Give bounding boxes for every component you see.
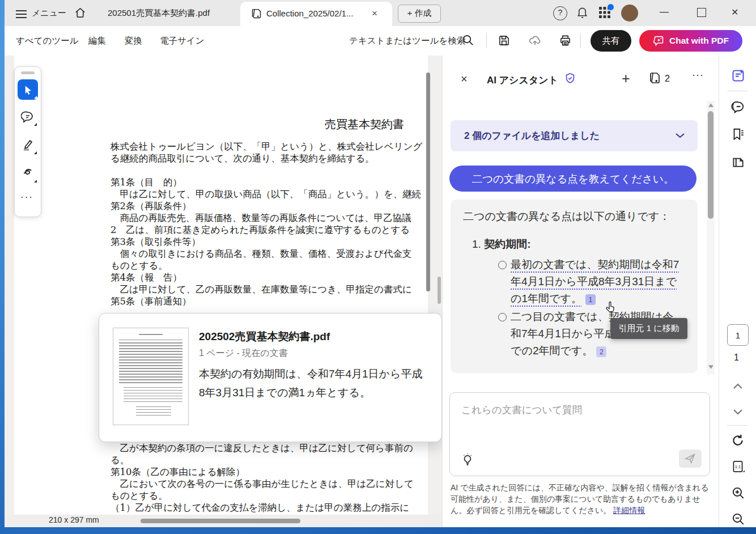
doc-line: 乙は甲に対して、乙の再販数量、在庫数量等につき、甲指定の書式に — [111, 283, 428, 295]
ai-assistant-rail-button[interactable] — [728, 66, 747, 85]
drag-handle[interactable] — [21, 71, 35, 74]
doc-line — [111, 164, 428, 176]
ai-close-button[interactable]: × — [461, 73, 468, 86]
citation-tooltip: 引用元 1 に移動 — [610, 318, 687, 339]
notifications-button[interactable] — [576, 6, 589, 19]
tab-title: Collection_2025/02/1... — [266, 9, 353, 18]
status-bar: 210 x 297 mm — [5, 515, 442, 527]
tab-close-button[interactable]: × — [372, 8, 377, 19]
tab-collection-active[interactable]: Collection_2025/02/1... × — [240, 2, 392, 26]
popup-meta: 1 ページ - 現在の文書 — [199, 347, 288, 359]
more-tools-button[interactable]: ··· — [20, 192, 33, 203]
response-item-number: 1. — [472, 238, 481, 250]
lightbulb-icon[interactable] — [461, 453, 474, 467]
page-thumbnails-icon — [730, 154, 745, 169]
rotate-button[interactable] — [728, 431, 747, 450]
send-button[interactable] — [679, 450, 702, 468]
doc-line: る継続的商品取引について、次の通り、基本契約を締結する。 — [111, 152, 428, 164]
document-page: 売買基本契約書 株式会社トゥールビヨン（以下、「甲」という）と、株式会社レベリン… — [14, 56, 428, 515]
question-input[interactable]: これらの文書について質問 — [449, 392, 710, 476]
print-icon[interactable] — [559, 34, 572, 47]
response-item: 1. 契約期間: — [472, 237, 530, 252]
divider — [486, 33, 487, 48]
menu-all-tools[interactable]: すべてのツール — [16, 35, 79, 47]
menu-edit[interactable]: 編集 — [88, 35, 106, 47]
pages-rail-button[interactable] — [728, 152, 747, 171]
zoom-in-button[interactable] — [728, 483, 747, 502]
signature-icon — [21, 167, 35, 180]
cloud-upload-icon[interactable] — [528, 34, 542, 47]
ai-assistant-panel: × AI アシスタント + 2 ··· 2 個のファイルを追加しました 二つの文… — [442, 56, 719, 527]
close-window-button[interactable]: ✕ — [731, 7, 738, 18]
learn-more-link[interactable]: 詳細情報 — [613, 506, 645, 515]
save-icon[interactable] — [498, 34, 511, 47]
menu-convert[interactable]: 変換 — [125, 35, 142, 47]
actual-size-button[interactable]: 1:1 — [728, 457, 747, 476]
doc-line: （1）乙が甲に対して代金の支払を滞納し、または甲の業務上の指示に — [111, 502, 428, 514]
horizontal-scrollbar[interactable] — [141, 519, 300, 523]
apps-grid-button[interactable] — [598, 6, 612, 20]
tab-document-1[interactable]: 202501売買基本契約書.pdf — [108, 8, 210, 19]
doc-body-top: 株式会社トゥールビヨン（以下、「甲」という）と、株式会社レベリングる継続的商品取… — [111, 141, 428, 307]
signature-tool-button[interactable] — [18, 163, 38, 184]
chevron-down-icon — [675, 132, 685, 139]
doc-body-bottom: 乙が本契約の条項の一に違反したときは、甲は乙に対して何ら事前のる。第10条（乙の… — [111, 442, 428, 515]
home-icon — [74, 6, 87, 19]
bell-icon — [576, 6, 589, 19]
share-button[interactable]: 共有 — [591, 30, 631, 52]
scroll-up-arrow[interactable] — [708, 103, 713, 107]
document-pane: 売買基本契約書 株式会社トゥールビヨン（以下、「甲」という）と、株式会社レベリン… — [5, 56, 442, 515]
overflow-menu-button[interactable]: ··· — [692, 69, 704, 81]
page-number-input[interactable]: 1 — [727, 324, 749, 346]
comment-tool-button[interactable] — [18, 107, 38, 127]
user-avatar[interactable] — [621, 5, 638, 22]
hamburger-icon[interactable] — [16, 8, 27, 20]
menu-button[interactable]: メニュー — [32, 8, 66, 19]
scroll-thumb[interactable] — [708, 111, 713, 219]
chevron-down-icon — [733, 409, 743, 416]
scroll-down-arrow[interactable] — [708, 365, 713, 369]
home-button[interactable] — [74, 6, 87, 19]
doc-secondary-scrollbar[interactable] — [438, 277, 441, 304]
response-bubble: 二つの文書の異なる点は以下の通りです： 1. 契約期間: 最初の文書では、契約期… — [451, 200, 698, 373]
prev-page-button[interactable] — [728, 376, 747, 396]
attached-docs-icon[interactable] — [648, 71, 661, 85]
ai-disclaimer: AI で生成された回答には、不正確な内容や、誤解を招く情報が含まれる可能性があり… — [451, 482, 712, 516]
prompt-pill[interactable]: 二つの文書の異なる点を教えてください。 — [449, 166, 696, 192]
bookmark-icon — [730, 127, 745, 142]
next-page-button[interactable] — [728, 402, 747, 422]
quick-tools-panel: ··· — [14, 66, 41, 217]
popup-filename: 202502売買基本契約書.pdf — [199, 329, 330, 344]
add-file-button[interactable]: + — [622, 70, 630, 87]
search-icon[interactable] — [461, 33, 474, 46]
doc-line: 甲は乙に対して、甲の取扱い商品（以下、「商品」という。）を、継続 — [111, 188, 428, 200]
citation-popup[interactable]: 202502売買基本契約書.pdf 1 ページ - 現在の文書 本契約の有効期間… — [99, 313, 442, 442]
menu-esign[interactable]: 電子サイン — [160, 35, 205, 47]
help-button[interactable]: ? — [553, 6, 567, 20]
panel-scrollbar[interactable] — [707, 101, 715, 374]
comments-rail-button[interactable] — [728, 98, 747, 117]
rotate-icon — [730, 433, 745, 448]
doc-line: 第4条（報 告） — [111, 272, 428, 283]
zoom-out-button[interactable] — [728, 509, 747, 527]
doc-vertical-scrollbar[interactable] — [426, 73, 430, 291]
highlight-tool-button[interactable] — [18, 135, 38, 155]
ai-assistant-icon — [730, 68, 746, 83]
highlighter-icon — [21, 138, 35, 152]
bookmarks-rail-button[interactable] — [728, 125, 747, 144]
create-tab-button[interactable]: + 作成 — [398, 5, 441, 23]
files-added-banner[interactable]: 2 個のファイルを追加しました — [451, 120, 698, 151]
citation-badge-2[interactable]: 2 — [596, 346, 606, 357]
maximize-button[interactable] — [697, 8, 706, 17]
doc-line: 乙において次の各号の一に係る事由が生じたときは、甲は乙に対して — [111, 478, 428, 490]
search-button[interactable]: テキストまたはツールを検索 — [349, 35, 465, 47]
doc-line: 第5条（事前通知） — [111, 295, 428, 307]
minimize-button[interactable]: — — [660, 7, 669, 17]
divider — [727, 425, 747, 426]
banner-label: 2 個のファイルを追加しました — [464, 129, 600, 142]
citation-badge-1[interactable]: 1 — [585, 294, 596, 305]
select-tool-button[interactable] — [18, 79, 38, 100]
titlebar: メニュー 202501売買基本契約書.pdf Collection_2025/0… — [5, 0, 756, 26]
bullet-marker — [498, 313, 507, 321]
chat-with-pdf-button[interactable]: Chat with PDF — [639, 30, 742, 52]
